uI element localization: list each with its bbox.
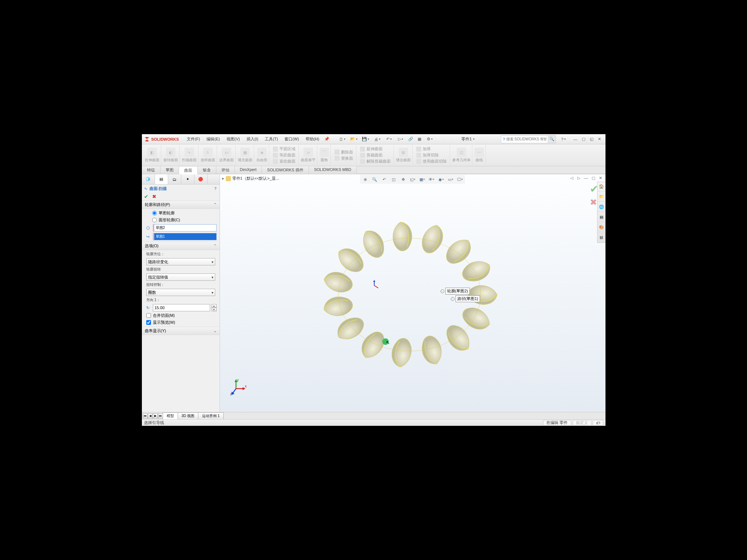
status-tags-icon[interactable]: 🏷 <box>593 420 603 425</box>
gfx-back-button[interactable]: ◁ <box>568 175 575 181</box>
tab-sketch[interactable]: 草图 <box>160 166 179 174</box>
profile-field[interactable]: 草图2 <box>153 224 217 232</box>
settings-button[interactable]: ⚙ <box>424 135 435 143</box>
menu-view[interactable]: 视图(V) <box>224 135 243 143</box>
tab-dimxpert[interactable]: DimXpert <box>235 166 262 174</box>
bottom-tab-3dview[interactable]: 3D 视图 <box>178 412 199 419</box>
path-callout[interactable]: 路径(草图1) <box>456 295 480 302</box>
radio-circle-profile[interactable] <box>152 218 157 222</box>
zoom-fit-button[interactable]: ⊕ <box>361 176 369 183</box>
view-settings-button[interactable]: 🖵 <box>456 176 464 183</box>
pin-icon[interactable]: 📌 <box>324 137 329 141</box>
gfx-maximize-button[interactable]: ▢ <box>590 175 597 181</box>
display-style-button[interactable]: ▦ <box>418 176 426 183</box>
document-name[interactable]: 零件1 <box>461 136 475 142</box>
pm-tab-property[interactable]: ▤ <box>155 174 168 184</box>
tab-features[interactable]: 特征 <box>142 166 160 174</box>
status-custom[interactable]: 自定义 <box>573 420 591 425</box>
rb-flatten[interactable]: ▱曲面展平 <box>299 145 317 165</box>
options-icon-button[interactable]: ▦ <box>415 135 423 143</box>
rb-loft-surface[interactable]: ◊放样曲面 <box>199 145 217 165</box>
menu-window[interactable]: 窗口(W) <box>282 135 302 143</box>
pm-ok-button[interactable]: ✔ <box>144 194 148 199</box>
spin-up[interactable]: ▴ <box>212 304 217 308</box>
profile-handle-icon[interactable]: ◦ <box>441 289 444 293</box>
rb-sweep-surface[interactable]: ∿扫描曲面 <box>181 145 198 165</box>
status-edit-mode[interactable]: 在编辑 零件 <box>543 420 571 425</box>
radio-sketch-profile[interactable] <box>152 211 157 215</box>
save-button[interactable]: 💾 <box>360 135 371 143</box>
tab-nav-prev[interactable]: ◀ <box>148 413 153 419</box>
search-input[interactable] <box>506 137 546 141</box>
pm-tab-feature[interactable]: 🧊 <box>142 174 155 184</box>
profile-callout[interactable]: 轮廓(草图2) <box>445 288 470 295</box>
maximize-button[interactable]: ◱ <box>588 136 595 143</box>
rb-knit[interactable]: ⊞缝合曲面 <box>395 145 413 165</box>
tab-surfaces[interactable]: 曲面 <box>179 167 198 174</box>
tab-nav-last[interactable]: ⏭ <box>158 413 163 419</box>
zoom-area-button[interactable]: 🔍 <box>370 176 379 183</box>
appearance-button[interactable]: ◉ <box>437 176 445 183</box>
hide-show-button[interactable]: 👁 <box>427 176 436 183</box>
section-view-button[interactable]: ◫ <box>389 176 398 183</box>
new-button[interactable]: 🗋 <box>337 135 348 143</box>
rb-fillet[interactable]: ⌒圆角 <box>318 145 331 165</box>
tab-evaluate[interactable]: 评估 <box>216 166 235 174</box>
pm-tab-config[interactable]: 🗂 <box>168 174 181 184</box>
path-handle-icon[interactable]: ◦ <box>451 297 454 301</box>
path-field[interactable]: 草图1 <box>153 233 217 240</box>
tab-nav-first[interactable]: ⏮ <box>143 413 148 419</box>
menu-insert[interactable]: 插入(I) <box>244 135 261 143</box>
tp-custom[interactable]: ⊟ <box>597 233 605 242</box>
rebuild-button[interactable]: 🔗 <box>407 135 415 143</box>
menu-tools[interactable]: 工具(T) <box>262 135 281 143</box>
tab-sheetmetal[interactable]: 钣金 <box>198 166 216 174</box>
rb-curves[interactable]: 〰曲线 <box>473 145 486 165</box>
menu-file[interactable]: 文件(F) <box>184 135 203 143</box>
open-button[interactable]: 📂 <box>348 135 359 143</box>
menu-edit[interactable]: 编辑(E) <box>204 135 223 143</box>
search-box[interactable]: ? <box>501 135 548 143</box>
rb-boundary-surface[interactable]: ▭边界曲面 <box>218 145 236 165</box>
minimize-button[interactable]: — <box>572 136 579 143</box>
gfx-fwd-button[interactable]: ▷ <box>576 175 582 181</box>
rb-extrude-surface[interactable]: ◧拉伸曲面 <box>143 145 161 165</box>
direction-value-input[interactable] <box>153 304 210 311</box>
gfx-minimize-button[interactable]: — <box>583 175 589 181</box>
tp-appearances[interactable]: 🎨 <box>597 223 605 232</box>
pm-cancel-button[interactable]: ✖ <box>152 194 156 199</box>
twist-control-select[interactable]: 圈数 <box>146 289 215 296</box>
view-triad-icon[interactable]: x y z <box>229 378 247 396</box>
graphics-area[interactable]: ▸ 零件1（默认<<默认>_显... ⊕ 🔍 ↶ ◫ ✥ ◱ ▦ 👁 ◉ ▭ 🖵… <box>220 174 605 412</box>
bottom-tab-model[interactable]: 模型 <box>163 412 178 419</box>
tab-addins[interactable]: SOLIDWORKS 插件 <box>262 166 309 174</box>
restore-button[interactable]: ▢ <box>580 136 587 143</box>
breadcrumb-arrow-icon[interactable]: ▸ <box>222 176 224 181</box>
tp-view-palette[interactable]: ▤ <box>597 213 605 222</box>
tp-library[interactable]: 🌐 <box>597 202 605 212</box>
menu-help[interactable]: 帮助(H) <box>303 135 322 143</box>
gfx-close-button[interactable]: ✕ <box>597 175 604 181</box>
dynamic-view-button[interactable]: ✥ <box>399 176 407 183</box>
view-orientation-button[interactable]: ◱ <box>408 176 417 183</box>
orientation-select[interactable]: 随路径变化 <box>146 258 215 265</box>
breadcrumb[interactable]: ▸ 零件1（默认<<默认>_显... <box>222 176 279 181</box>
scene-button[interactable]: ▭ <box>446 176 455 183</box>
rb-freeform[interactable]: ◈自由形 <box>255 145 269 165</box>
pm-tab-dimxpert[interactable]: ✦ <box>181 174 194 184</box>
merge-checkbox[interactable] <box>146 313 151 318</box>
preview-checkbox[interactable] <box>146 320 151 325</box>
bottom-tab-motion[interactable]: 运动算例 1 <box>198 412 224 419</box>
tp-resources[interactable]: 📁 <box>597 192 605 202</box>
tab-mbd[interactable]: SOLIDWORKS MBD <box>309 166 357 174</box>
pm-help-icon[interactable]: ？ <box>213 186 217 191</box>
pm-section-options[interactable]: 选项(O)⌃ <box>142 242 220 250</box>
spin-down[interactable]: ▾ <box>212 308 217 311</box>
twist-select[interactable]: 指定扭转值 <box>146 273 215 281</box>
pm-section-profile-path[interactable]: 轮廓和路径(P)⌃ <box>142 201 220 209</box>
tab-nav-next[interactable]: ▶ <box>153 413 158 419</box>
rb-revolve-surface[interactable]: ◐旋转曲面 <box>162 145 180 165</box>
print-button[interactable]: 🖨 <box>372 135 383 143</box>
select-button[interactable]: ▷ <box>395 135 406 143</box>
prev-view-button[interactable]: ↶ <box>380 176 388 183</box>
